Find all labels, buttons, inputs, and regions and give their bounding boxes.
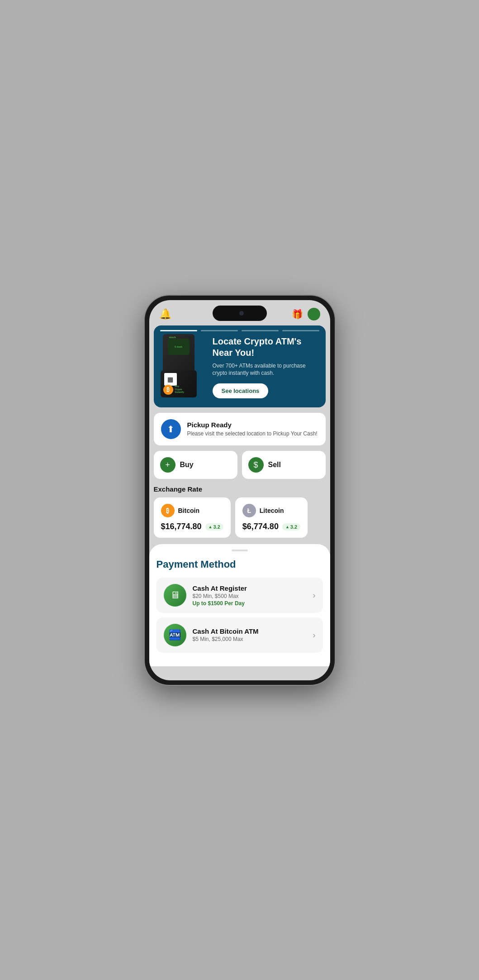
status-left: 🔔 — [159, 308, 171, 320]
bitcoin-price: $16,774.80 — [161, 522, 202, 531]
atm-illustration: stack $ stack ▦ ₿ BuyCryptoInstantly — [158, 334, 208, 397]
cash-at-register-card[interactable]: 🖥 Cash At Register $20 Min, $500 Max Up … — [157, 578, 323, 613]
atm-label: BuyCryptoInstantly — [175, 385, 185, 394]
litecoin-coin-row: Ł Litecoin — [242, 504, 300, 517]
bitcoin-change-value: 3.2 — [213, 524, 220, 530]
hero-indicators — [154, 325, 326, 334]
buy-label: Buy — [180, 461, 194, 469]
litecoin-name: Litecoin — [260, 507, 284, 514]
pickup-icon: ⬆ — [161, 419, 181, 439]
exchange-rate-title: Exchange Rate — [154, 485, 326, 493]
cash-at-bitcoin-atm-card[interactable]: 🏧 Cash At Bitcoin ATM $5 Min, $25,000 Ma… — [157, 617, 323, 653]
bitcoin-atm-text: Cash At Bitcoin ATM $5 Min, $25,000 Max — [193, 627, 307, 643]
hero-text: Locate Crypto ATM's Near You! Over 700+ … — [213, 334, 318, 399]
pickup-ready-card: ⬆ Pickup Ready Please visit the selected… — [154, 413, 326, 445]
bitcoin-atm-title: Cash At Bitcoin ATM — [193, 627, 307, 635]
buy-icon: + — [160, 457, 175, 473]
bitcoin-atm-icon: 🏧 — [164, 624, 186, 646]
bitcoin-atm-chevron-icon: › — [313, 631, 316, 640]
litecoin-icon: Ł — [242, 504, 256, 517]
bitcoin-price-row: $16,774.80 ▲ 3.2 — [161, 522, 223, 531]
hero-indicator-2[interactable] — [201, 330, 238, 331]
action-row: + Buy $ Sell — [154, 451, 326, 479]
phone-screen: 🔔 🎁 — [149, 300, 330, 680]
cash-register-highlight: Up to $1500 Per Day — [193, 600, 307, 607]
pickup-title: Pickup Ready — [187, 421, 318, 429]
atm-machine: stack $ stack ▦ ₿ BuyCryptoInstantly — [158, 334, 199, 397]
bitcoin-coin-row: ₿ Bitcoin — [161, 504, 223, 517]
hero-subtitle: Over 700+ ATMs available to purchase cry… — [213, 362, 318, 378]
atm-screen: $ stack — [168, 339, 190, 355]
exchange-rate-scroll: ₿ Bitcoin $16,774.80 ▲ 3.2 Ł — [149, 497, 330, 538]
bell-icon[interactable]: 🔔 — [159, 308, 171, 320]
litecoin-arrow-icon: ▲ — [285, 525, 289, 529]
status-right: 🎁 — [292, 308, 320, 320]
atm-logo: stack — [169, 336, 176, 339]
bitcoin-coin-icon: ₿ — [163, 385, 173, 395]
payment-method-title: Payment Method — [157, 559, 323, 570]
sheet-handle — [232, 550, 248, 551]
bitcoin-arrow-icon: ▲ — [209, 525, 213, 529]
litecoin-price: $6,774.80 — [242, 522, 279, 531]
hero-content: stack $ stack ▦ ₿ BuyCryptoInstantly — [154, 334, 326, 408]
pickup-text: Pickup Ready Please visit the selected l… — [187, 421, 318, 438]
atm-lower: ▦ ₿ BuyCryptoInstantly — [161, 370, 197, 397]
hero-title: Locate Crypto ATM's Near You! — [213, 336, 318, 359]
litecoin-price-row: $6,774.80 ▲ 3.2 — [242, 522, 300, 531]
sell-card[interactable]: $ Sell — [242, 451, 326, 479]
see-locations-button[interactable]: See locations — [213, 383, 269, 398]
atm-screen-text: $ stack — [175, 345, 182, 348]
hero-indicator-1[interactable] — [160, 330, 197, 331]
phone-frame: 🔔 🎁 — [145, 296, 335, 685]
cash-register-chevron-icon: › — [313, 591, 316, 600]
bitcoin-atm-subtitle: $5 Min, $25,000 Max — [193, 636, 307, 642]
litecoin-change-badge: ▲ 3.2 — [282, 523, 300, 531]
cash-register-title: Cash At Register — [193, 584, 307, 592]
bitcoin-name: Bitcoin — [178, 507, 199, 514]
sell-icon: $ — [248, 457, 264, 473]
hero-indicator-3[interactable] — [242, 330, 279, 331]
litecoin-change-value: 3.2 — [290, 524, 297, 530]
hero-indicator-4[interactable] — [282, 330, 319, 331]
litecoin-exchange-card[interactable]: Ł Litecoin $6,774.80 ▲ 3.2 — [235, 497, 308, 538]
notch — [213, 306, 267, 321]
content-scroll: stack $ stack ▦ ₿ BuyCryptoInstantly — [149, 325, 330, 680]
cash-register-subtitle: $20 Min, $500 Max — [193, 593, 307, 599]
bitcoin-change-badge: ▲ 3.2 — [205, 523, 223, 531]
camera-dot — [239, 311, 244, 316]
pickup-subtitle: Please visit the selected location to Pi… — [187, 430, 318, 438]
bitcoin-icon: ₿ — [161, 504, 175, 517]
atm-qr: ▦ — [164, 373, 177, 386]
sell-label: Sell — [268, 461, 281, 469]
payment-method-sheet: Payment Method 🖥 Cash At Register $20 Mi… — [149, 544, 330, 666]
cash-register-text: Cash At Register $20 Min, $500 Max Up to… — [193, 584, 307, 607]
avatar[interactable] — [308, 308, 320, 320]
buy-card[interactable]: + Buy — [154, 451, 237, 479]
cash-register-icon: 🖥 — [164, 584, 186, 607]
gift-icon[interactable]: 🎁 — [292, 309, 303, 320]
hero-banner: stack $ stack ▦ ₿ BuyCryptoInstantly — [154, 325, 326, 408]
bitcoin-exchange-card[interactable]: ₿ Bitcoin $16,774.80 ▲ 3.2 — [154, 497, 231, 538]
